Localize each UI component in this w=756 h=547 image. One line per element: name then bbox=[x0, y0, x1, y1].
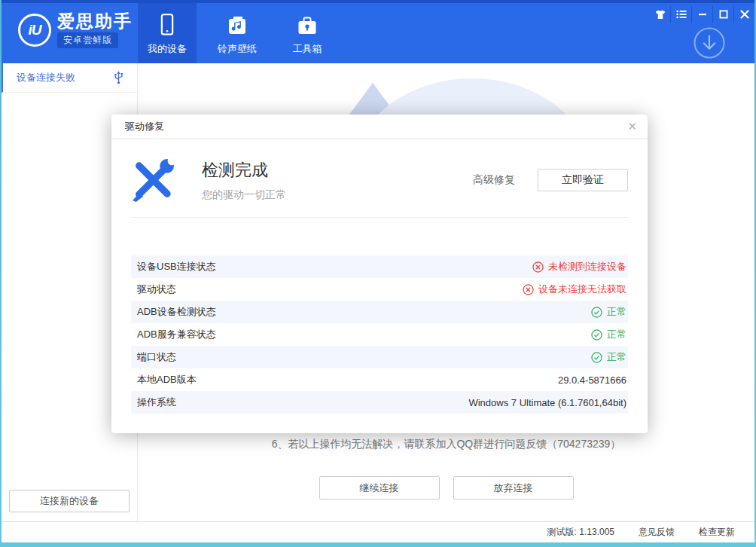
dialog-header: 驱动修复 ✕ bbox=[111, 115, 648, 139]
row-label: 操作系统 bbox=[137, 396, 176, 409]
driver-repair-dialog: 驱动修复 ✕ 检测完成 您的驱动一切正常 高级修复 bbox=[111, 115, 648, 433]
dialog-status-row: 本地ADB版本29.0.4-5871666 bbox=[131, 368, 628, 391]
row-value: 正常 bbox=[591, 350, 626, 364]
error-circle-icon bbox=[532, 261, 544, 273]
dialog-status-row: 端口状态正常 bbox=[131, 346, 628, 368]
row-value: 正常 bbox=[591, 328, 626, 341]
result-title: 检测完成 bbox=[202, 159, 286, 182]
dialog-status-row: 设备USB连接状态未检测到连接设备 bbox=[131, 255, 628, 278]
toolbox-icon bbox=[297, 10, 318, 37]
connect-new-device-button[interactable]: 连接新的设备 bbox=[9, 490, 130, 512]
row-label: 端口状态 bbox=[137, 350, 176, 364]
ok-circle-icon bbox=[591, 329, 602, 341]
app-titlebar: iU 爱思助手 安卓尝鲜版 我的设备 铃声壁纸 bbox=[2, 0, 754, 63]
app-window: iU 爱思助手 安卓尝鲜版 我的设备 铃声壁纸 bbox=[2, 0, 754, 542]
close-icon[interactable] bbox=[733, 6, 754, 23]
result-subtitle: 您的驱动一切正常 bbox=[202, 188, 286, 202]
maximize-icon[interactable] bbox=[712, 6, 733, 23]
download-circle-icon[interactable] bbox=[693, 26, 726, 60]
device-status-label: 设备连接失败 bbox=[17, 71, 75, 84]
row-value: Windows 7 Ultimate (6.1.7601,64bit) bbox=[468, 397, 626, 408]
crossed-tools-icon bbox=[131, 158, 175, 202]
dialog-title: 驱动修复 bbox=[125, 120, 164, 133]
ringtone-icon bbox=[227, 10, 248, 37]
dialog-body: 检测完成 您的驱动一切正常 高级修复 立即验证 设备USB连接状态未检测到连接设… bbox=[111, 158, 648, 414]
dialog-status-row: ADB设备检测状态正常 bbox=[131, 301, 628, 323]
skin-icon[interactable] bbox=[650, 6, 670, 23]
dialog-status-row: ADB服务兼容状态正常 bbox=[131, 323, 628, 346]
abandon-connect-button[interactable]: 放弃连接 bbox=[453, 476, 574, 500]
tab-label: 我的设备 bbox=[148, 42, 187, 56]
row-label: 本地ADB版本 bbox=[137, 373, 197, 387]
row-label: ADB设备检测状态 bbox=[137, 305, 216, 319]
tab-label: 工具箱 bbox=[293, 42, 322, 56]
tab-toolbox[interactable]: 工具箱 bbox=[278, 3, 337, 63]
dialog-close-icon[interactable]: ✕ bbox=[627, 121, 637, 132]
tab-my-device[interactable]: 我的设备 bbox=[138, 3, 197, 63]
row-value: 正常 bbox=[591, 305, 626, 319]
phone-icon bbox=[159, 10, 175, 37]
feedback-link[interactable]: 意见反馈 bbox=[639, 526, 675, 539]
status-table: 设备USB连接状态未检测到连接设备驱动状态设备未连接无法获取ADB设备检测状态正… bbox=[131, 255, 628, 414]
version-label: 测试版: 1.13.005 bbox=[547, 526, 614, 539]
ok-circle-icon bbox=[591, 352, 602, 363]
tab-ringtone-wallpaper[interactable]: 铃声壁纸 bbox=[208, 3, 267, 63]
dialog-status-row: 驱动状态设备未连接无法获取 bbox=[131, 278, 628, 301]
sidebar-item-device-status[interactable]: 设备连接失败 bbox=[2, 63, 137, 93]
app-logo: iU 爱思助手 安卓尝鲜版 bbox=[18, 12, 133, 48]
tab-label: 铃声壁纸 bbox=[218, 42, 257, 56]
error-circle-icon bbox=[523, 284, 534, 295]
nav-tabs: 我的设备 铃声壁纸 工具箱 bbox=[138, 3, 348, 63]
connection-actions: 继续连接 放弃连接 bbox=[138, 476, 754, 500]
menu-icon[interactable] bbox=[670, 6, 691, 23]
advanced-repair-link[interactable]: 高级修复 bbox=[473, 173, 515, 187]
row-value: 29.0.4-5871666 bbox=[558, 374, 626, 386]
edition-badge: 安卓尝鲜版 bbox=[57, 32, 118, 48]
detection-result: 检测完成 您的驱动一切正常 高级修复 立即验证 bbox=[131, 158, 628, 202]
usb-icon bbox=[112, 70, 125, 85]
qq-group-tip: 6、若以上操作均无法解决，请联系加入QQ群进行问题反馈（704273239） bbox=[138, 438, 754, 451]
row-value: 未检测到连接设备 bbox=[532, 260, 626, 274]
row-value: 设备未连接无法获取 bbox=[523, 283, 626, 296]
check-update-link[interactable]: 检查更新 bbox=[699, 526, 735, 539]
ok-circle-icon bbox=[591, 307, 602, 318]
section-divider bbox=[131, 217, 628, 218]
continue-connect-button[interactable]: 继续连接 bbox=[319, 476, 440, 500]
verify-now-button[interactable]: 立即验证 bbox=[538, 169, 628, 191]
row-label: ADB服务兼容状态 bbox=[137, 328, 216, 341]
row-label: 设备USB连接状态 bbox=[137, 260, 216, 274]
window-controls bbox=[650, 6, 754, 23]
status-bar: 测试版: 1.13.005 意见反馈 检查更新 bbox=[2, 521, 754, 542]
logo-icon: iU bbox=[18, 14, 51, 47]
row-label: 驱动状态 bbox=[137, 283, 176, 296]
dialog-status-row: 操作系统Windows 7 Ultimate (6.1.7601,64bit) bbox=[131, 391, 628, 414]
app-title: 爱思助手 bbox=[57, 12, 133, 30]
minimize-icon[interactable] bbox=[691, 6, 712, 23]
